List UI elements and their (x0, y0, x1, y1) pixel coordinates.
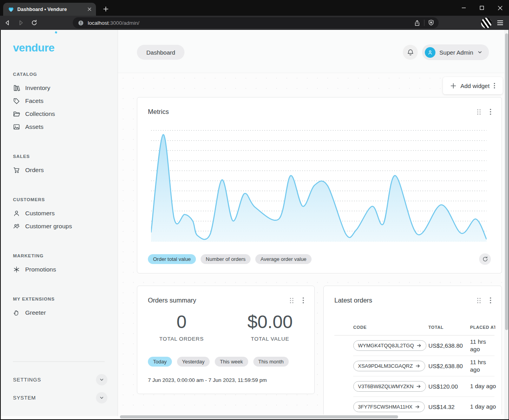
system-label: SYSTEM (13, 395, 36, 401)
refresh-button[interactable] (479, 253, 491, 265)
reload-button[interactable] (28, 17, 40, 28)
system-expand-button[interactable] (96, 392, 107, 403)
sidebar-item-customers[interactable]: Customers (1, 207, 118, 220)
forward-button[interactable] (15, 17, 27, 28)
table-row: 3FY7FSCWSHMA11HX US$14.32 1 day ago (353, 397, 494, 414)
kebab-menu-icon[interactable] (489, 296, 492, 304)
browser-window: Dashboard • Vendure localhost:3000/admin… (0, 0, 509, 420)
sidebar-item-label: Collections (25, 110, 55, 117)
browser-menu-button[interactable] (495, 18, 505, 28)
url-path: :3000/admin/ (109, 20, 139, 26)
table-row: V3T6BW8ZQLWMYZKN US$120.00 1 day ago (353, 376, 494, 397)
latest-orders-table: CODE TOTAL PLACED AT WYMGK4TQQ8JL2TGQ US… (334, 319, 494, 414)
total-orders-label: TOTAL ORDERS (137, 336, 226, 342)
book-icon (13, 84, 20, 92)
nav-section-header: MARKETING (13, 253, 118, 258)
brave-shield-icon[interactable] (428, 19, 435, 26)
site-info-icon[interactable] (77, 20, 84, 26)
sidebar-item-orders[interactable]: Orders (1, 163, 118, 176)
tab-strip: Dashboard • Vendure (0, 0, 509, 16)
kebab-menu-icon[interactable] (489, 108, 492, 116)
arrow-right-icon (415, 404, 420, 409)
users-icon (13, 223, 20, 230)
sidebar-section-system[interactable]: SYSTEM (13, 391, 107, 404)
share-icon[interactable] (413, 19, 421, 27)
maximize-icon (479, 6, 484, 10)
drag-handle-icon[interactable] (289, 297, 295, 304)
tab-this-month[interactable]: This month (253, 357, 289, 367)
order-code-link[interactable]: V3T6BW8ZQLWMYZKN (353, 381, 426, 392)
sidebar-nav: CATALOG Inventory Facets Collections (1, 72, 118, 319)
arrow-right-icon (416, 384, 421, 389)
nav-section-header: CUSTOMERS (13, 197, 118, 202)
user-menu-button[interactable]: Super Admin (422, 44, 489, 60)
browser-tab[interactable]: Dashboard • Vendure (3, 3, 96, 16)
tab-today[interactable]: Today (148, 357, 172, 367)
tab-this-week[interactable]: This week (215, 357, 248, 367)
add-widget-button[interactable]: Add widget (443, 77, 503, 94)
total-orders-stat: 0 TOTAL ORDERS (137, 312, 226, 342)
drag-handle-icon[interactable] (476, 108, 482, 116)
nav-section-marketing: MARKETING Promotions (1, 253, 118, 276)
chevron-down-icon (99, 377, 104, 382)
arrow-right-icon (415, 363, 420, 369)
settings-expand-button[interactable] (96, 374, 107, 385)
sidebar-item-customer-groups[interactable]: Customer groups (1, 220, 118, 233)
browser-toolbar: localhost:3000/admin/ (0, 16, 509, 30)
main-header: Dashboard Super Admin (118, 30, 504, 73)
back-icon (4, 19, 11, 26)
tab-yesterday[interactable]: Yesterday (177, 357, 210, 367)
sidebar-item-label: Facets (25, 97, 44, 105)
notifications-button[interactable] (403, 45, 418, 60)
tab-number-of-orders[interactable]: Number of orders (201, 254, 251, 264)
sidebar-item-facets[interactable]: Facets (1, 94, 118, 107)
forward-icon (17, 19, 24, 26)
user-icon (13, 210, 20, 217)
nav-section-header: CATALOG (13, 72, 118, 77)
horizontal-scrollbar[interactable] (118, 415, 504, 418)
order-code-link[interactable]: 3FY7FSCWSHMA11HX (353, 402, 425, 412)
maximize-button[interactable] (473, 0, 491, 16)
browser-profile-avatar[interactable] (481, 18, 492, 28)
metrics-chart (151, 128, 487, 243)
plus-icon (103, 6, 109, 12)
user-avatar (425, 47, 435, 58)
widget-title: Latest orders (334, 297, 476, 304)
order-code-link[interactable]: WYMGK4TQQ8JL2TGQ (353, 340, 426, 351)
user-name: Super Admin (439, 49, 473, 56)
kebab-menu-icon[interactable] (302, 296, 305, 304)
add-widget-label: Add widget (460, 83, 489, 89)
order-code-link[interactable]: XSA9PD4LM3CGAQRZ (353, 361, 425, 371)
tab-average-order-value[interactable]: Average order value (255, 254, 312, 264)
address-bar[interactable]: localhost:3000/admin/ (73, 17, 439, 28)
order-placed-at: 1 day ago (470, 383, 495, 390)
table-row: XSA9PD4LM3CGAQRZ US$2,638.80 11 hrs ago (353, 356, 494, 376)
vertical-scrollbar[interactable] (504, 30, 509, 419)
sidebar-section-settings[interactable]: SETTINGS (13, 373, 107, 386)
vertical-scrollbar-thumb[interactable] (505, 33, 508, 330)
drag-handle-icon[interactable] (476, 297, 482, 304)
column-header-placed-at: PLACED AT (470, 325, 495, 330)
dashboard-page-button[interactable]: Dashboard (137, 45, 184, 60)
new-tab-button[interactable] (101, 4, 111, 14)
sidebar-item-collections[interactable]: Collections (1, 107, 118, 120)
sidebar-item-label: Assets (25, 123, 44, 130)
horizontal-scrollbar-thumb[interactable] (120, 415, 398, 418)
sidebar-item-greeter[interactable]: Greeter (1, 306, 118, 319)
sidebar-item-promotions[interactable]: Promotions (1, 263, 118, 276)
date-range-tabs: Today Yesterday This week This month (148, 357, 289, 367)
sidebar-item-label: Inventory (25, 84, 50, 92)
arrow-right-icon (417, 343, 422, 348)
chevron-down-icon (477, 50, 483, 55)
tab-close-icon[interactable] (86, 6, 93, 13)
sidebar-item-inventory[interactable]: Inventory (1, 81, 118, 94)
minimize-button[interactable] (455, 0, 473, 16)
tab-order-total-value[interactable]: Order total value (148, 254, 196, 264)
chevron-down-icon (99, 395, 104, 400)
back-button[interactable] (2, 17, 13, 28)
close-button[interactable] (491, 0, 509, 16)
sidebar-item-assets[interactable]: Assets (1, 120, 118, 133)
order-placed-at: 11 hrs ago (470, 338, 495, 353)
nav-section-my-extensions: MY EXTENSIONS Greeter (1, 297, 118, 319)
kebab-menu-icon[interactable] (494, 83, 495, 89)
